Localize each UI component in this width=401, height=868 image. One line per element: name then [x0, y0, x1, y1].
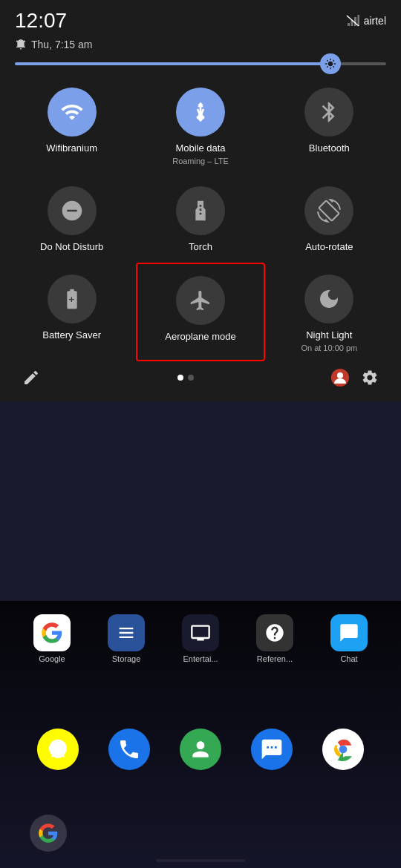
- dnd-icon: [60, 199, 84, 223]
- svg-rect-2: [351, 20, 353, 26]
- brightness-row[interactable]: [0, 58, 401, 76]
- tile-auto-rotate-label: Auto-rotate: [305, 241, 353, 254]
- app-storage[interactable]: Storage: [108, 614, 145, 663]
- quick-settings-panel: 12:07 airtel Thu, 7:15 am: [0, 0, 401, 401]
- app-google[interactable]: Google: [33, 614, 71, 663]
- svg-point-6: [337, 372, 343, 378]
- app-google-label: Google: [39, 654, 65, 663]
- svg-rect-4: [357, 15, 359, 26]
- home-screen: Google Storage Entertai... Referen... Ch…: [0, 601, 401, 868]
- tile-mobile-data-label: Mobile data: [175, 142, 225, 155]
- dock-messages[interactable]: [251, 729, 293, 770]
- tile-battery-saver[interactable]: Battery Saver: [7, 263, 136, 361]
- tile-bluetooth-circle: [304, 88, 353, 137]
- svg-rect-3: [354, 17, 356, 26]
- app-chat-label: Chat: [340, 654, 357, 663]
- dock-snapchat[interactable]: [37, 729, 79, 770]
- tile-wifi[interactable]: Wifibranium: [7, 76, 136, 174]
- brightness-track[interactable]: [15, 62, 386, 65]
- tile-bluetooth-label: Bluetooth: [309, 142, 350, 155]
- tile-torch-label: Torch: [189, 241, 212, 254]
- alarm-date: Thu, 7:15 am: [31, 39, 93, 50]
- tile-wifi-circle: [48, 88, 97, 137]
- dock-phone[interactable]: [108, 729, 150, 770]
- mobile-data-icon: [189, 100, 212, 124]
- tile-mobile-data-circle: [176, 88, 225, 137]
- tile-aeroplane[interactable]: Aeroplane mode: [136, 263, 264, 361]
- tile-mobile-data[interactable]: Mobile data Roaming – LTE: [136, 76, 264, 174]
- bottom-bar: [0, 361, 401, 394]
- app-row: Google Storage Entertai... Referen... Ch…: [0, 608, 401, 669]
- tile-bluetooth[interactable]: Bluetooth: [265, 76, 394, 174]
- tile-dnd[interactable]: Do Not Disturb: [7, 174, 136, 263]
- alarm-icon: [15, 39, 27, 50]
- app-reference[interactable]: Referen...: [256, 614, 293, 663]
- dock-row: [0, 714, 401, 785]
- tiles-grid: Wifibranium Mobile data Roaming – LTE: [0, 76, 401, 361]
- tile-night-light-circle: [304, 274, 353, 323]
- bottom-right-icons: [331, 369, 379, 387]
- alarm-info: Thu, 7:15 am: [15, 39, 93, 50]
- dock-contacts[interactable]: [180, 729, 221, 770]
- user-icon[interactable]: [331, 369, 349, 387]
- signal-icon: [346, 15, 359, 27]
- status-right: airtel: [346, 15, 386, 27]
- night-light-icon: [317, 287, 341, 311]
- app-entertainment-label: Entertai...: [183, 654, 218, 663]
- tile-mobile-data-sublabel: Roaming – LTE: [172, 157, 229, 165]
- tile-battery-saver-circle: [48, 274, 97, 323]
- bluetooth-icon: [317, 100, 341, 124]
- tile-wifi-label: Wifibranium: [46, 142, 97, 155]
- app-chat[interactable]: Chat: [330, 614, 368, 663]
- svg-point-7: [339, 746, 348, 754]
- tile-night-light-sublabel: On at 10:00 pm: [301, 343, 357, 352]
- status-time: 12:07: [15, 9, 67, 33]
- tile-torch-circle: [176, 186, 225, 235]
- tile-aeroplane-circle: [176, 276, 225, 325]
- sun-icon: [325, 58, 336, 70]
- auto-rotate-icon: [317, 199, 341, 223]
- brightness-thumb[interactable]: [320, 53, 341, 74]
- page-dot-1: [177, 375, 183, 381]
- page-dot-2: [188, 375, 194, 381]
- dock-chrome[interactable]: [322, 729, 364, 770]
- app-entertainment[interactable]: Entertai...: [182, 614, 219, 663]
- torch-icon: [189, 199, 212, 223]
- tile-dnd-label: Do Not Disturb: [40, 241, 103, 254]
- battery-saver-icon: [60, 287, 84, 311]
- aeroplane-icon: [189, 289, 212, 312]
- app-reference-label: Referen...: [257, 654, 293, 663]
- tile-auto-rotate[interactable]: Auto-rotate: [265, 174, 394, 263]
- tile-torch[interactable]: Torch: [136, 174, 264, 263]
- tile-aeroplane-label: Aeroplane mode: [165, 331, 235, 343]
- tile-battery-saver-label: Battery Saver: [42, 329, 101, 342]
- date-row: Thu, 7:15 am: [0, 36, 401, 58]
- settings-icon[interactable]: [361, 369, 379, 387]
- tile-night-light-label: Night Light: [306, 329, 352, 342]
- tile-dnd-circle: [48, 186, 97, 235]
- tile-auto-rotate-circle: [304, 186, 353, 235]
- app-storage-label: Storage: [112, 654, 141, 663]
- search-row: [0, 800, 401, 867]
- page-dots: [177, 375, 194, 381]
- google-search-icon[interactable]: [30, 815, 67, 852]
- status-bar: 12:07 airtel: [0, 0, 401, 36]
- tile-night-light[interactable]: Night Light On at 10:00 pm: [265, 263, 394, 361]
- carrier-name: airtel: [364, 15, 386, 27]
- wifi-icon: [60, 100, 84, 124]
- svg-rect-1: [348, 23, 350, 26]
- edit-icon[interactable]: [22, 369, 40, 387]
